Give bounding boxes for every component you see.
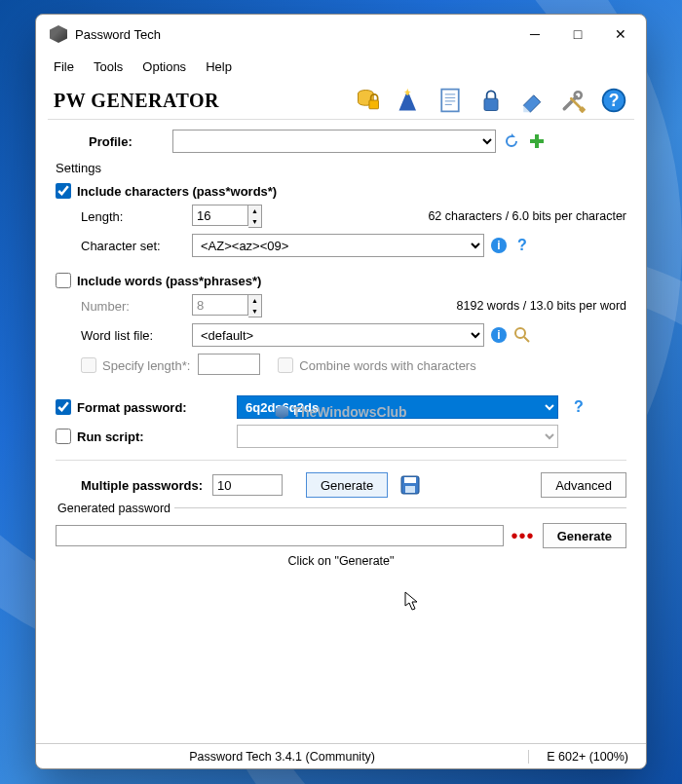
svg-rect-16 [530, 139, 544, 143]
profile-add-icon[interactable] [527, 131, 547, 151]
include-words-checkbox[interactable]: Include words (pass*phrases*) [56, 273, 626, 288]
multiple-label: Multiple passwords: [81, 478, 203, 493]
svg-rect-4 [441, 90, 459, 112]
profile-label: Profile: [85, 134, 172, 149]
svg-text:?: ? [517, 237, 527, 253]
toolbar: ? [354, 86, 628, 115]
eraser-icon[interactable] [517, 86, 547, 115]
advanced-button[interactable]: Advanced [541, 472, 626, 498]
specify-length-label: Specify length*: [102, 358, 190, 373]
close-button[interactable]: ✕ [599, 19, 642, 50]
svg-point-22 [515, 328, 525, 338]
menu-help[interactable]: Help [198, 56, 240, 78]
generated-legend: Generated password [54, 502, 174, 515]
char-info: 62 characters / 6.0 bits per character [262, 209, 626, 223]
svg-text:i: i [497, 328, 500, 342]
svg-rect-9 [484, 98, 498, 110]
charset-help-icon[interactable]: ? [513, 237, 531, 254]
menu-file[interactable]: File [46, 56, 82, 78]
generated-group: Generated password ••• Generate Click on… [56, 507, 626, 568]
menubar: File Tools Options Help [36, 54, 646, 82]
status-version: Password Tech 3.4.1 (Community) [36, 750, 528, 764]
svg-text:?: ? [574, 398, 584, 415]
svg-line-23 [524, 337, 529, 342]
lock-icon[interactable] [476, 86, 506, 115]
include-chars-checkbox[interactable]: Include characters (pass*words*) [56, 183, 626, 199]
save-icon[interactable] [398, 472, 423, 498]
tools-icon[interactable] [558, 86, 587, 115]
multiple-input[interactable] [212, 474, 283, 496]
svg-point-10 [575, 92, 582, 98]
titlebar: Password Tech ─ □ ✕ [36, 15, 646, 54]
format-help-icon[interactable]: ? [570, 398, 587, 416]
number-spinner[interactable]: ▲▼ [248, 294, 262, 317]
run-script-checkbox[interactable]: Run script: [56, 425, 626, 448]
format-password-checkbox[interactable]: Format password: 6q2ds6q2ds ? [56, 395, 626, 419]
charset-info-icon[interactable]: i [490, 237, 508, 254]
svg-rect-27 [405, 486, 415, 493]
svg-text:?: ? [609, 91, 620, 110]
words-info: 8192 words / 13.0 bits per word [262, 299, 626, 313]
wordlist-info-icon[interactable]: i [490, 326, 508, 344]
minimize-button[interactable]: ─ [513, 19, 556, 50]
svg-marker-14 [512, 133, 515, 137]
format-password-input[interactable]: 6q2ds6q2ds [237, 395, 558, 419]
profile-select[interactable] [172, 130, 496, 153]
mask-toggle-icon[interactable]: ••• [512, 525, 535, 547]
specify-length-input[interactable] [198, 354, 260, 375]
svg-rect-1 [369, 100, 379, 109]
profile-reload-icon[interactable] [502, 131, 521, 151]
statusbar: Password Tech 3.4.1 (Community) E 602+ (… [36, 743, 646, 768]
settings-label: Settings [56, 159, 626, 177]
svg-rect-26 [404, 477, 416, 483]
svg-text:i: i [497, 239, 500, 252]
combine-checkbox[interactable]: Combine words with characters [278, 357, 475, 373]
generate-multiple-button[interactable]: Generate [306, 472, 388, 498]
format-password-label: Format password: [77, 400, 231, 415]
charset-select[interactable]: <AZ><az><09> [192, 234, 484, 257]
number-input[interactable] [192, 294, 248, 316]
run-script-select[interactable] [237, 425, 558, 448]
length-spinner[interactable]: ▲▼ [248, 205, 262, 228]
include-chars-label: Include characters (pass*words*) [77, 184, 277, 199]
app-window: Password Tech ─ □ ✕ File Tools Options H… [35, 14, 647, 769]
db-lock-icon[interactable] [354, 86, 383, 115]
page-title: PW GENERATOR [54, 90, 354, 112]
menu-tools[interactable]: Tools [86, 56, 131, 78]
length-input[interactable] [192, 205, 248, 226]
document-icon[interactable] [436, 86, 465, 115]
maximize-button[interactable]: □ [556, 19, 599, 50]
window-title: Password Tech [75, 27, 513, 42]
generated-password-input[interactable] [56, 525, 504, 546]
generate-button[interactable]: Generate [543, 523, 626, 548]
run-script-label: Run script: [77, 429, 231, 444]
charset-label: Character set: [56, 239, 192, 253]
wordlist-search-icon[interactable] [513, 326, 531, 344]
include-words-label: Include words (pass*phrases*) [77, 274, 261, 288]
menu-options[interactable]: Options [134, 56, 194, 78]
help-icon[interactable]: ? [599, 86, 628, 115]
length-label: Length: [56, 209, 192, 224]
wizard-icon[interactable] [395, 86, 424, 115]
number-label: Number: [56, 299, 192, 314]
app-icon [50, 25, 67, 43]
combine-label: Combine words with characters [299, 358, 475, 373]
status-entropy: E 602+ (100%) [528, 750, 646, 764]
specify-length-checkbox[interactable]: Specify length*: [81, 357, 190, 373]
generate-hint: Click on "Generate" [56, 554, 626, 568]
wordlist-select[interactable]: <default> [192, 323, 484, 347]
wordlist-label: Word list file: [56, 328, 192, 343]
